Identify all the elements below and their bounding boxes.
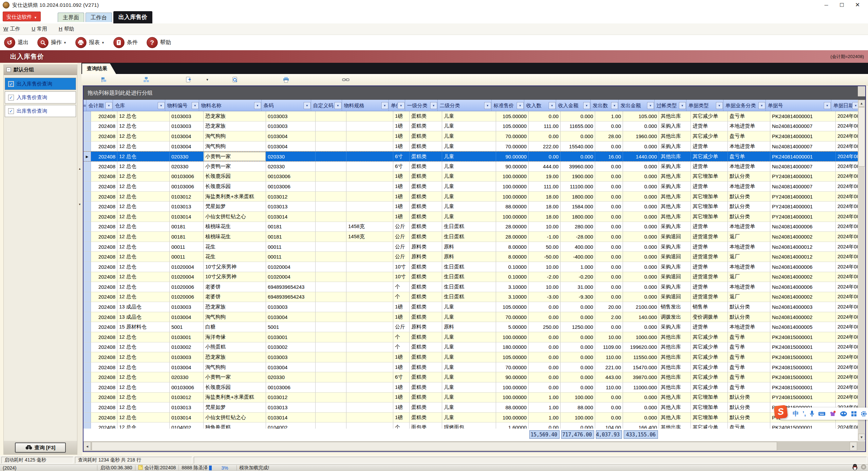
cell[interactable]: 202408 — [91, 152, 117, 161]
cell[interactable]: 11100.000 — [561, 182, 595, 191]
cell[interactable]: 儿童 — [442, 152, 496, 161]
sogou-logo-icon[interactable]: S — [774, 405, 788, 419]
app-menu-button[interactable]: 安仕达软件▼ — [3, 12, 41, 21]
table-row[interactable]: 20240812 总仓0103013梵星如梦01030131磅蛋糕类儿童88.0… — [83, 202, 858, 212]
splitter-down-icon[interactable]: ▼ — [78, 203, 81, 206]
cell[interactable]: 10.00 — [529, 222, 561, 232]
cell[interactable]: 公斤 — [393, 222, 410, 232]
cell[interactable]: 蛋糕类 — [410, 162, 442, 171]
cell[interactable]: 105.000 — [623, 111, 659, 121]
cell[interactable]: 梵星如梦 — [204, 402, 266, 412]
cell[interactable]: 2024年08 — [836, 252, 858, 262]
cell[interactable]: 淘气狗狗 — [204, 131, 266, 141]
tab-query-results[interactable]: 查询结果 — [82, 63, 116, 74]
checkbox[interactable]: ✓ — [8, 108, 14, 114]
cell[interactable]: 本地进货单 — [728, 322, 770, 332]
cell[interactable]: 淘气狗狗 — [204, 142, 266, 151]
cell[interactable]: 12 总仓 — [117, 182, 170, 191]
cell[interactable]: 2024年08 — [836, 131, 858, 141]
cell[interactable]: 0.000 — [561, 131, 595, 141]
cell[interactable]: 其他出库 — [659, 362, 691, 372]
cell[interactable]: 202408 — [91, 352, 117, 362]
cell[interactable]: 2100.000 — [623, 302, 659, 312]
cell[interactable]: 其它减少单 — [691, 111, 728, 121]
cell[interactable]: 18.00 — [529, 202, 561, 211]
column-header-单位[interactable]: 单位▼ — [389, 100, 405, 111]
cell[interactable] — [346, 332, 393, 342]
cell[interactable]: 00103006 — [266, 182, 316, 191]
row-indicator[interactable] — [83, 172, 91, 182]
cell[interactable] — [346, 182, 393, 191]
cell[interactable]: 0.00 — [595, 192, 623, 202]
cell[interactable] — [346, 372, 393, 382]
column-header-标准售价[interactable]: 标准售价▼ — [492, 100, 524, 111]
cell[interactable]: 01020004 — [266, 272, 316, 282]
cell[interactable]: 2024年08 — [836, 372, 858, 382]
cell[interactable]: 88.000 — [561, 402, 595, 412]
cell[interactable]: 00103006 — [170, 382, 204, 392]
cell[interactable]: 默认分类 — [728, 212, 770, 222]
table-row[interactable]: 20240813 成品仓0103004淘气狗狗01030041磅蛋糕类儿童70.… — [83, 312, 858, 322]
cell[interactable]: 采购入库 — [659, 121, 691, 131]
cell[interactable]: 202408 — [91, 322, 117, 332]
cell[interactable]: 15470.000 — [623, 362, 659, 372]
cell[interactable]: 其他入库 — [659, 402, 691, 412]
cell[interactable]: 蛋糕类 — [410, 142, 442, 151]
cell[interactable]: 盘亏单 — [728, 152, 770, 161]
cell[interactable]: 盘亏单 — [728, 382, 770, 392]
cell[interactable]: 生日蛋糕 — [442, 232, 496, 242]
cell[interactable]: 13 成品仓 — [117, 312, 170, 322]
sidebar-item-入库售价查询[interactable]: ✓入库售价查询 — [5, 91, 76, 103]
filter-icon[interactable]: ▼ — [853, 102, 858, 109]
cell[interactable]: 蛋糕类 — [410, 342, 442, 352]
cell[interactable]: 花生 — [204, 252, 266, 262]
cell[interactable]: -50.00 — [529, 252, 561, 262]
cell[interactable]: 0.000 — [561, 152, 595, 161]
sidebar-group-header[interactable]: − 默认分组 — [4, 65, 77, 75]
cell[interactable]: 0.00 — [529, 312, 561, 322]
table-row[interactable]: 20240812 总仓00011花生00011公斤原料类原料8.0000050.… — [83, 242, 858, 252]
cell[interactable]: 0.000 — [623, 222, 659, 232]
cell[interactable]: 其它增加单 — [691, 202, 728, 211]
cell[interactable]: 0103012 — [266, 192, 316, 202]
cell[interactable]: PK240814000001 — [770, 152, 836, 161]
cell[interactable]: 0.000 — [623, 172, 659, 182]
cell[interactable]: 蛋糕类 — [410, 393, 442, 402]
chevron-down-icon[interactable]: ▼ — [63, 41, 67, 44]
cell[interactable]: 5001 — [170, 322, 204, 332]
cell[interactable]: 90.00000 — [496, 152, 529, 161]
cell[interactable] — [316, 282, 346, 292]
cell[interactable]: 202408 — [91, 393, 117, 402]
row-indicator[interactable] — [83, 121, 91, 131]
cell[interactable] — [316, 413, 346, 422]
cell[interactable]: 默认分类 — [728, 192, 770, 202]
cell[interactable]: 0.000 — [623, 252, 659, 262]
cell[interactable]: 0.00 — [595, 262, 623, 272]
cell[interactable]: 蛋糕类 — [410, 202, 442, 211]
cell[interactable]: 1磅 — [393, 192, 410, 202]
cell[interactable]: 蛋糕类 — [410, 332, 442, 342]
cell[interactable]: 2024年08 — [836, 393, 858, 402]
cell[interactable]: 销售单 — [691, 302, 728, 312]
cell[interactable]: 00181 — [170, 222, 204, 232]
cell[interactable] — [346, 192, 393, 202]
cell[interactable]: 28.00000 — [496, 232, 529, 242]
cell[interactable]: 0.00 — [529, 302, 561, 312]
cell[interactable]: 12 总仓 — [117, 372, 170, 382]
cell[interactable]: 其他出库 — [659, 152, 691, 161]
cell[interactable]: 10.00 — [529, 262, 561, 272]
cell[interactable]: 202408 — [91, 262, 117, 272]
cell[interactable]: No240814000002 — [770, 312, 836, 322]
cell[interactable]: 100.000 — [561, 393, 595, 402]
grid-icon[interactable] — [851, 411, 857, 417]
cell[interactable]: 本地进货单 — [728, 182, 770, 191]
cell[interactable]: 1磅 — [393, 352, 410, 362]
cell[interactable]: 生日蛋糕 — [442, 262, 496, 272]
cell[interactable]: 其他入库 — [659, 393, 691, 402]
cell[interactable]: 其它减少单 — [691, 372, 728, 382]
cell[interactable]: 0.00 — [595, 232, 623, 242]
cell[interactable]: 0.000 — [623, 162, 659, 171]
cell[interactable]: 28.00 — [595, 131, 623, 141]
cell[interactable]: 1800.000 — [561, 212, 595, 222]
cell[interactable] — [316, 111, 346, 121]
